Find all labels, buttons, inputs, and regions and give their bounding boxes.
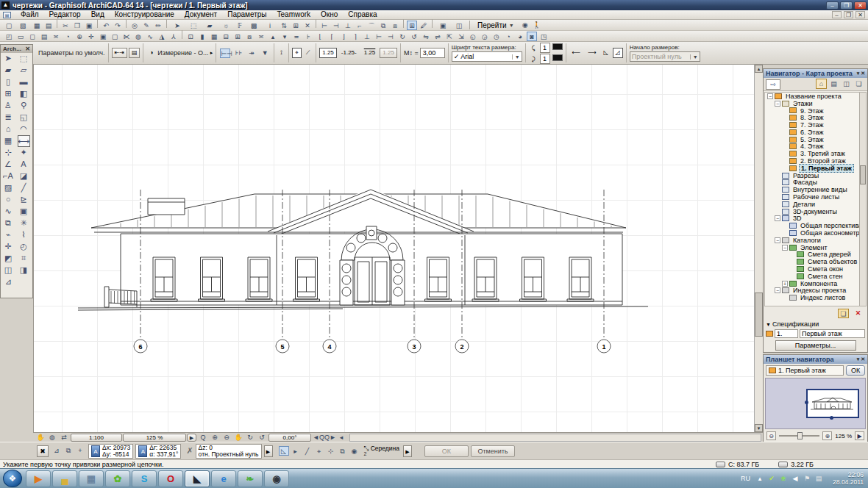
zoom-out-icon[interactable]: ⊖ bbox=[221, 433, 232, 442]
section-icon[interactable]: ◴ bbox=[18, 241, 30, 253]
arrow-right-icon[interactable]: ⟶ bbox=[585, 48, 599, 58]
arrow-left-icon[interactable]: ⟵ bbox=[569, 48, 583, 58]
taskbar-icq-button[interactable]: ✿ bbox=[105, 470, 130, 487]
tree-item[interactable]: 3. Третий этаж bbox=[765, 150, 866, 157]
more-icon[interactable]: ▶ bbox=[403, 445, 412, 457]
arc-2-icon[interactable]: ⊕ bbox=[74, 32, 85, 42]
tracking-icon[interactable]: ⊿ bbox=[51, 446, 62, 456]
orbit-icon[interactable]: ◍ bbox=[47, 433, 57, 442]
snap-group-icon[interactable]: ⧉ bbox=[338, 447, 348, 456]
mag-2-icon[interactable]: ◶ bbox=[480, 32, 490, 42]
tree-item[interactable]: Внутренние виды bbox=[765, 186, 866, 193]
al-9-icon[interactable]: ⌉ bbox=[350, 32, 360, 42]
al-1-icon[interactable]: ≍ bbox=[256, 32, 266, 42]
snap-cursor-icon[interactable]: ⌖ bbox=[314, 447, 324, 456]
taskbar-explorer-button[interactable]: ▄ bbox=[52, 470, 77, 487]
rotate-view-icon[interactable]: ↻ bbox=[245, 433, 255, 442]
settings-button[interactable]: Параметры... bbox=[775, 340, 856, 351]
arc-5-icon[interactable]: ▢ bbox=[110, 32, 120, 42]
walk-icon[interactable]: 🚶 bbox=[532, 21, 542, 30]
ok-button-disabled[interactable]: ОК bbox=[424, 445, 469, 457]
tree-item[interactable]: Смета объектов bbox=[765, 258, 866, 265]
split-icon[interactable]: ◍ bbox=[133, 32, 143, 42]
tree-item[interactable]: 9. Этаж bbox=[765, 107, 866, 115]
taskbar-clock[interactable]: 22:06 28.04.2011 bbox=[828, 471, 864, 486]
menu-file[interactable]: Файл bbox=[15, 10, 44, 19]
dim-origin-combo[interactable]: Проектный нуль▼ bbox=[630, 51, 700, 62]
mv-1-icon[interactable]: ⇱ bbox=[444, 32, 455, 42]
snap-line-icon[interactable]: ╱ bbox=[302, 447, 313, 456]
tree-item[interactable]: Смета окон bbox=[765, 265, 866, 273]
select-icon[interactable]: ➤ bbox=[2, 53, 15, 65]
preview-area[interactable] bbox=[765, 378, 866, 429]
arc-4-icon[interactable]: ▣ bbox=[98, 32, 108, 42]
close-tracker-button[interactable]: ✖ bbox=[37, 445, 49, 457]
preview-collapse-icon[interactable]: ▾ bbox=[857, 356, 860, 362]
taskbar-calculator-button[interactable]: ▦ bbox=[79, 470, 104, 487]
mag-1-icon[interactable]: ◵ bbox=[468, 32, 478, 42]
dim-baseline-icon[interactable]: ↠ bbox=[246, 49, 257, 58]
marker-style-icon[interactable]: ⌖ bbox=[292, 48, 302, 58]
fill-icon[interactable]: ▨ bbox=[2, 182, 15, 194]
wand-3-icon[interactable]: ▦ bbox=[209, 32, 219, 42]
taskbar-skype-button[interactable]: S bbox=[132, 470, 157, 487]
wall-icon[interactable]: ▰ bbox=[2, 65, 15, 76]
canvas-horizontal-scrollbar[interactable] bbox=[349, 434, 761, 442]
last-icon[interactable]: ◳ bbox=[538, 32, 549, 42]
drawing-icon[interactable]: ⧉ bbox=[2, 218, 15, 229]
pen-swatch-1[interactable] bbox=[552, 43, 563, 50]
elev-3-icon[interactable]: ◻ bbox=[27, 32, 38, 42]
snap-offset-icon[interactable]: ⊹ bbox=[326, 447, 336, 456]
preview-zoom-slider[interactable] bbox=[779, 435, 819, 437]
tree-item[interactable]: 8. Этаж bbox=[765, 114, 866, 121]
tree-item[interactable]: +Компонента bbox=[765, 280, 866, 287]
door-icon[interactable]: ◧ bbox=[18, 88, 30, 100]
dim-value-1[interactable]: 1.25 bbox=[319, 48, 337, 58]
menu-teamwork[interactable]: Teamwork bbox=[272, 10, 316, 19]
slab-icon[interactable]: ◱ bbox=[18, 112, 30, 123]
pan-hand-icon[interactable]: ✋ bbox=[233, 433, 243, 442]
elev-2-icon[interactable]: ▭ bbox=[15, 32, 26, 42]
tree-item[interactable]: −Название проекта bbox=[765, 93, 866, 100]
scroll-thumb[interactable] bbox=[755, 293, 763, 337]
al-11-icon[interactable]: ⊢ bbox=[374, 32, 384, 42]
specifications-header[interactable]: ▼ Спецификации bbox=[764, 320, 867, 329]
fly-1-icon[interactable]: ◔ bbox=[503, 32, 513, 42]
circle-icon[interactable]: ○ bbox=[2, 194, 15, 206]
flag-icon[interactable]: ⚑ bbox=[802, 474, 812, 484]
taskbar-opera-button[interactable]: O bbox=[158, 470, 183, 487]
change-icon[interactable]: ⌇ bbox=[18, 229, 30, 241]
al-12-icon[interactable]: ⊣ bbox=[385, 32, 396, 42]
close-button[interactable]: ✕ bbox=[854, 1, 867, 10]
tree-item[interactable]: Фасады bbox=[765, 179, 866, 187]
object-icon[interactable]: ♙ bbox=[2, 100, 15, 112]
al-4-icon[interactable]: ≖ bbox=[291, 32, 302, 42]
mir-2-icon[interactable]: ⇌ bbox=[433, 32, 443, 42]
tree-expander-icon[interactable]: − bbox=[775, 237, 780, 243]
mir-1-icon[interactable]: ⇋ bbox=[421, 32, 431, 42]
stretch-icon[interactable]: ⅄ bbox=[168, 32, 179, 42]
icq-tray-icon[interactable]: ❀ bbox=[778, 474, 789, 484]
cancel-button[interactable]: Отменить bbox=[471, 445, 515, 457]
measure-dropdown[interactable]: ◑ Измерение - О... ▸ bbox=[143, 43, 216, 62]
witness-shape-icon[interactable]: ◺ bbox=[600, 48, 611, 58]
al-3-icon[interactable]: ▾ bbox=[280, 32, 290, 42]
mdi-restore-button[interactable]: ❐ bbox=[844, 11, 853, 18]
al-2-icon[interactable]: ▴ bbox=[268, 32, 278, 42]
navigator-collapse-icon[interactable]: ▾ bbox=[857, 71, 860, 76]
line-icon[interactable]: ╱ bbox=[18, 182, 30, 194]
dimension-icon[interactable]: ⟷ bbox=[18, 135, 30, 147]
delete-item-icon[interactable]: ✕ bbox=[853, 309, 864, 318]
al-8-icon[interactable]: ⌋ bbox=[338, 32, 349, 42]
hidden-icons-icon[interactable]: ▴ bbox=[755, 474, 765, 484]
toolbox-close-icon[interactable]: ✕ bbox=[25, 46, 30, 52]
tree-item[interactable]: Рабочие листы bbox=[765, 193, 866, 201]
menu-design[interactable]: Конструирование bbox=[110, 10, 179, 19]
drawing-canvas[interactable]: 654321 bbox=[33, 65, 754, 432]
wand-1-icon[interactable]: ⊡ bbox=[185, 32, 196, 42]
preview-next-icon[interactable]: ▶ bbox=[855, 431, 864, 440]
prev-zoom-icon[interactable]: ◄Q bbox=[313, 433, 323, 442]
publisher-icon[interactable]: ❏ bbox=[853, 79, 864, 90]
arc-3-icon[interactable]: ✛ bbox=[86, 32, 96, 42]
level-dim-icon[interactable]: ⊹ bbox=[2, 147, 15, 159]
